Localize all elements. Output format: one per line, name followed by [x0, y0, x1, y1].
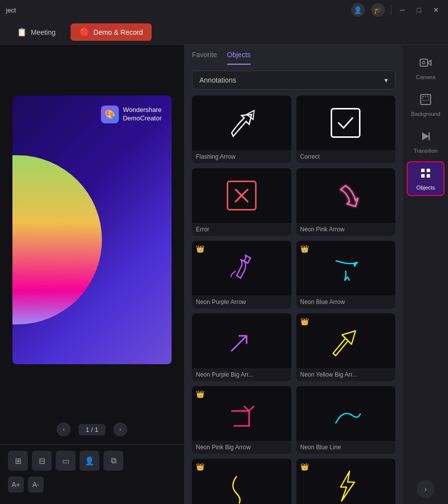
object-label-neon-pink-arrow: Neon Pink Arrow [296, 223, 396, 236]
record-icon: 🔴 [80, 27, 90, 37]
svg-rect-11 [427, 174, 430, 178]
list-item[interactable]: Correct [296, 96, 396, 163]
page-prev-button[interactable]: ‹ [57, 422, 71, 436]
premium-crown-icon: 👑 [300, 463, 309, 471]
minimize-button[interactable]: ─ [397, 4, 408, 16]
titlebar-controls: 👤 🎓 ─ □ ✕ [351, 3, 442, 17]
font-controls: A+ A- [0, 477, 184, 499]
transition-icon [420, 130, 432, 145]
list-item[interactable]: 👑 Neon Purple Arrow [192, 241, 291, 308]
page-next-button[interactable]: › [113, 422, 127, 436]
svg-rect-5 [423, 97, 429, 101]
camera-icon [420, 57, 432, 71]
slide-shape [12, 155, 102, 324]
object-label-error: Error [192, 223, 291, 236]
toolbar-icons: ⊞ ⊟ ▭ 👤 ⧉ [0, 445, 184, 477]
object-label-neon-blue-line: Neon Blue Line [296, 441, 396, 454]
annotations-dropdown[interactable]: Annotations ▾ [192, 71, 395, 90]
wondershare-icon: 🎨 [101, 105, 119, 123]
object-thumb-neon-blue-arrow: 👑 [296, 241, 396, 296]
tab-objects[interactable]: Objects [227, 51, 251, 65]
slide-logo: 🎨 WondershareDemoCreator [101, 105, 162, 123]
list-item[interactable]: Flashing Arrow [192, 96, 291, 163]
list-item[interactable]: 👑 Neon Yellow Big Arr... [296, 313, 396, 381]
sidebar-item-objects[interactable]: Objects [407, 161, 445, 196]
object-label-neon-purple-big-arrow: Neon Purple Big Arr... [192, 368, 291, 381]
list-item[interactable]: 👑 [192, 459, 291, 504]
main-area: 🎨 WondershareDemoCreator ‹ 1 / 1 › ⊞ ⊟ ▭… [0, 45, 448, 504]
chevron-down-icon: ▾ [384, 76, 388, 84]
neon-purple-arrow-icon [222, 248, 262, 288]
dropdown-label: Annotations [199, 76, 236, 84]
sidebar-item-background[interactable]: Background [407, 88, 445, 122]
pip-layout-button[interactable]: ⊟ [32, 451, 52, 471]
neon-lightning-icon [326, 466, 365, 504]
list-item[interactable]: 👑 Neon Pink Big Arrow [192, 386, 291, 454]
list-item[interactable]: 👑 Neon Blue Arrow [296, 241, 396, 308]
svg-rect-4 [421, 95, 431, 104]
list-item[interactable]: 👑 [296, 459, 396, 504]
object-label-correct: Correct [296, 150, 396, 163]
object-thumb-neon-lightning: 👑 [296, 459, 396, 504]
list-item[interactable]: Neon Pink Arrow [296, 168, 396, 236]
tab-favorite[interactable]: Favorite [192, 51, 217, 65]
svg-point-3 [423, 61, 425, 64]
premium-crown-icon: 👑 [300, 317, 309, 325]
demo-record-button[interactable]: 🔴 Demo & Record [71, 23, 152, 41]
object-thumb-neon-blue-line [296, 386, 396, 441]
object-label-neon-purple-arrow: Neon Purple Arrow [192, 296, 291, 308]
preview-panel: 🎨 WondershareDemoCreator ‹ 1 / 1 › ⊞ ⊟ ▭… [0, 45, 184, 504]
object-thumb-neon-purple-arrow: 👑 [192, 241, 291, 296]
premium-crown-icon: 👑 [196, 463, 204, 471]
list-item[interactable]: Neon Blue Line [296, 386, 396, 454]
profile-icon[interactable]: 👤 [351, 3, 365, 17]
flashing-arrow-icon [224, 105, 259, 140]
list-item[interactable]: Neon Purple Big Arr... [192, 313, 291, 381]
svg-rect-2 [420, 59, 428, 66]
object-label-neon-pink-big-arrow: Neon Pink Big Arrow [192, 441, 291, 454]
graduation-icon[interactable]: 🎓 [371, 3, 385, 17]
avatar-button[interactable]: 👤 [80, 451, 99, 471]
sidebar-more-button[interactable]: › [417, 480, 435, 498]
ar-button[interactable]: ⧉ [103, 451, 123, 471]
neon-yellow-big-arrow-icon [326, 321, 365, 361]
close-button[interactable]: ✕ [430, 4, 442, 16]
neon-blue-arrow-icon [326, 248, 365, 288]
objects-icon [420, 167, 432, 182]
object-thumb-neon-pink-big-arrow: 👑 [192, 386, 291, 441]
object-label-flashing-arrow: Flashing Arrow [192, 150, 291, 163]
preview-area: 🎨 WondershareDemoCreator [0, 45, 184, 414]
object-thumb-error [192, 168, 291, 223]
camera-only-button[interactable]: ▭ [56, 451, 76, 471]
object-label-neon-blue-arrow: Neon Blue Arrow [296, 296, 396, 308]
background-icon [420, 94, 432, 108]
correct-icon [331, 108, 360, 138]
svg-rect-9 [427, 169, 430, 172]
premium-crown-icon: 👑 [196, 245, 204, 253]
page-controls: ‹ 1 / 1 › [0, 414, 184, 444]
font-decrease-button[interactable]: A- [28, 477, 44, 493]
font-increase-button[interactable]: A+ [8, 477, 24, 493]
meeting-button[interactable]: 📋 Meeting [8, 23, 65, 41]
neon-yellow-curve-icon [222, 466, 262, 504]
neon-blue-line-icon [326, 394, 365, 433]
sidebar-item-camera-label: Camera [416, 74, 435, 80]
bottom-toolbar: ⊞ ⊟ ▭ 👤 ⧉ A+ A- [0, 444, 184, 504]
screen-layout-button[interactable]: ⊞ [8, 451, 28, 471]
slide-logo-text: WondershareDemoCreator [123, 106, 162, 123]
topnav: 📋 Meeting 🔴 Demo & Record [0, 20, 448, 45]
sidebar-item-objects-label: Objects [416, 185, 435, 191]
page-indicator: 1 / 1 [79, 424, 105, 435]
list-item[interactable]: Error [192, 168, 291, 236]
maximize-button[interactable]: □ [414, 4, 424, 16]
neon-pink-arrow-icon [326, 176, 365, 215]
objects-panel: Favorite Objects Annotations ▾ Flash [184, 45, 403, 504]
meeting-icon: 📋 [17, 27, 27, 37]
object-label-neon-yellow-big-arrow: Neon Yellow Big Arr... [296, 368, 396, 381]
object-thumb-flashing-arrow [192, 96, 291, 150]
premium-crown-icon: 👑 [300, 245, 309, 253]
sidebar-item-camera[interactable]: Camera [407, 51, 445, 86]
sidebar-item-transition[interactable]: Transition [407, 124, 445, 159]
svg-rect-10 [421, 174, 425, 178]
object-thumb-neon-purple-big-arrow [192, 313, 291, 368]
